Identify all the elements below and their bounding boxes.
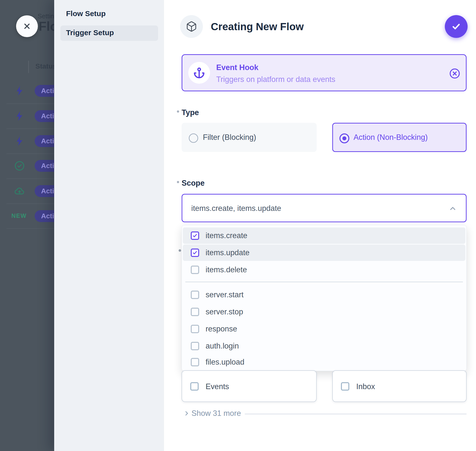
dropdown-option-items-update[interactable]: items.update: [183, 245, 465, 261]
confirm-button[interactable]: [445, 15, 468, 38]
status-badge: Acti: [35, 85, 54, 97]
row-separator: [6, 103, 54, 104]
checkbox-unchecked-icon[interactable]: [191, 358, 199, 366]
trigger-icon-circle: [188, 62, 210, 84]
row-separator: [6, 178, 54, 179]
row-separator: [6, 153, 54, 154]
trigger-card-subtitle: Triggers on platform or data events: [216, 75, 335, 84]
dropdown-option-response[interactable]: response: [183, 321, 465, 337]
cloud-upload-icon: [14, 185, 25, 197]
type-option-action-label: Action (Non-Blocking): [354, 133, 428, 142]
chevron-up-icon: [449, 204, 457, 213]
checkbox-unchecked-icon[interactable]: [341, 382, 349, 391]
nav-item-trigger-setup-label[interactable]: Trigger Setup: [66, 28, 114, 37]
checkbox-unchecked-icon[interactable]: [191, 291, 199, 299]
status-badge: Acti: [35, 185, 54, 197]
creation-drawer: Flow Setup Trigger Setup Creating New Fl…: [54, 0, 476, 451]
required-dot: [179, 249, 181, 252]
circle-x-icon[interactable]: [449, 68, 460, 79]
show-more-divider: [245, 414, 467, 414]
check-icon: [451, 21, 462, 32]
scope-dropdown: items.create items.update items.delete s…: [182, 225, 467, 371]
chevron-right-icon: [183, 410, 190, 417]
checkbox-unchecked-icon[interactable]: [191, 308, 199, 316]
checkbox-unchecked-icon[interactable]: [191, 325, 199, 333]
dropdown-option-files-upload[interactable]: files.upload: [183, 354, 465, 370]
type-option-action[interactable]: Action (Non-Blocking): [332, 123, 467, 152]
trigger-option-event-hook[interactable]: Event Hook Triggers on platform or data …: [182, 54, 467, 91]
status-badge: Acti: [35, 110, 54, 122]
screen: Settings Flows Status NEW Acti Acti Acti…: [0, 0, 476, 451]
close-icon: [22, 21, 32, 31]
row-separator: [6, 203, 54, 204]
anchor-icon: [193, 67, 205, 79]
checkbox-checked-icon[interactable]: [191, 249, 199, 257]
dropdown-option-items-delete[interactable]: items.delete: [183, 262, 465, 278]
collection-option-inbox[interactable]: Inbox: [332, 370, 467, 402]
status-badge: Acti: [35, 160, 54, 172]
radio-unselected-icon[interactable]: [189, 133, 198, 143]
status-column-header: Status: [35, 62, 54, 70]
type-option-filter[interactable]: Filter (Blocking): [182, 123, 317, 152]
dropdown-option-server-stop[interactable]: server.stop: [183, 304, 465, 320]
drawer-header-avatar: [180, 15, 203, 38]
dropdown-option-items-create[interactable]: items.create: [183, 227, 465, 244]
nav-item-flow-setup[interactable]: Flow Setup: [66, 9, 106, 18]
checkbox-unchecked-icon[interactable]: [190, 382, 199, 391]
type-option-filter-label: Filter (Blocking): [203, 133, 256, 142]
new-text-label: NEW: [11, 212, 27, 219]
dropdown-option-auth-login[interactable]: auth.login: [183, 338, 465, 354]
drawer-main: Creating New Flow Event Hook Triggers on…: [164, 0, 476, 451]
scope-input-value: items.create, items.update: [191, 204, 281, 213]
bolt-icon: [14, 85, 25, 97]
scope-multiselect-input[interactable]: items.create, items.update: [182, 194, 467, 222]
required-dot: [177, 110, 179, 113]
bolt-icon: [14, 135, 25, 147]
drawer-title: Creating New Flow: [211, 21, 304, 33]
checkbox-checked-icon[interactable]: [191, 231, 199, 240]
trigger-card-title: Event Hook: [216, 63, 259, 72]
check-circle-icon: [14, 160, 25, 172]
dropdown-option-server-start[interactable]: server.start: [183, 287, 465, 303]
dropdown-divider: [185, 282, 463, 282]
scope-field-label: Scope: [182, 179, 205, 188]
drawer-nav: Flow Setup Trigger Setup: [54, 0, 164, 451]
radio-selected-icon[interactable]: [339, 133, 349, 143]
box-icon: [186, 21, 197, 32]
row-separator: [6, 128, 54, 129]
checkbox-unchecked-icon[interactable]: [191, 342, 199, 350]
checkbox-unchecked-icon[interactable]: [191, 266, 199, 274]
bolt-icon: [14, 110, 25, 122]
type-field-label: Type: [182, 108, 199, 117]
column-divider: [28, 61, 29, 73]
show-more-label: Show 31 more: [191, 409, 241, 418]
row-separator: [6, 228, 54, 229]
required-dot: [177, 181, 179, 183]
show-more-toggle[interactable]: Show 31 more: [183, 409, 241, 418]
status-badge: Acti: [35, 210, 54, 222]
close-drawer-button[interactable]: [16, 15, 38, 37]
page-title: Flows: [39, 19, 54, 34]
status-badge: Acti: [35, 135, 54, 147]
dimmed-background-page: Settings Flows Status NEW Acti Acti Acti…: [0, 0, 54, 451]
collection-option-events[interactable]: Events: [182, 370, 317, 402]
